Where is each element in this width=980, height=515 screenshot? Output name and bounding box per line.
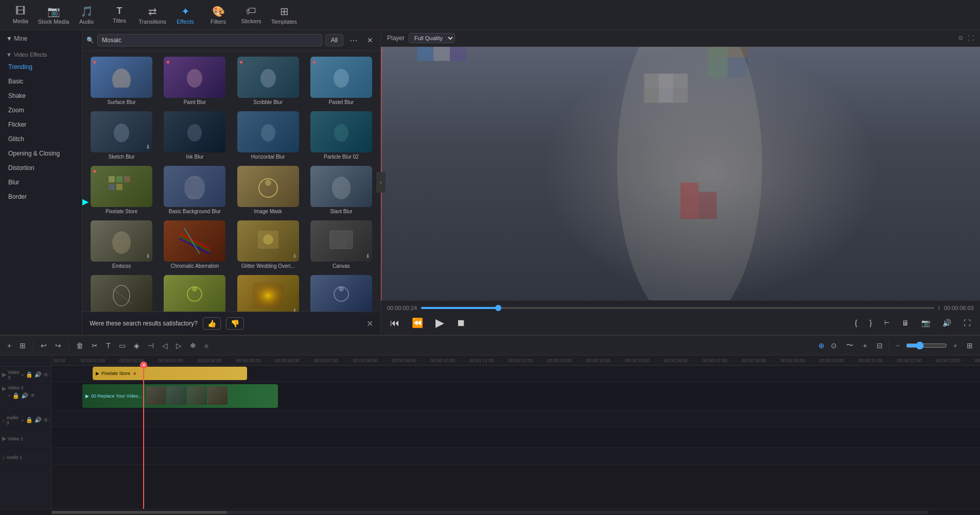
track-audio-icon[interactable]: 🔊 [34,371,42,378]
step-back-btn[interactable]: ⏪ [409,316,426,330]
cut-icon[interactable]: { [852,318,861,328]
track-add-icon2[interactable]: + [8,392,11,399]
tool-transitions[interactable]: ⇄ Transitions [136,2,169,28]
effect-emboss[interactable]: ⬇ Emboss [86,219,156,270]
split-view-btn[interactable]: ⊟ [873,340,886,351]
sidebar-item-shake[interactable]: Shake [0,89,82,103]
tool-templates[interactable]: ⊞ Templates [268,2,301,28]
effect-shape-mask[interactable]: Shape Mark [160,273,230,312]
effect-paint-blur[interactable]: ♥ Paint Blur [160,55,230,107]
track-add-icon[interactable]: + [21,372,24,378]
tool-titles[interactable]: T Titles [103,2,136,28]
track-add-icon3[interactable]: + [21,417,24,423]
undo-btn[interactable]: ↩ [38,340,50,351]
track-mute-icon3[interactable]: 🔊 [34,417,42,423]
zoom-out-btn[interactable]: − [892,340,903,351]
timeline-grid-btn[interactable]: ⊞ [16,340,29,351]
effect-pixelate-store[interactable]: ♥ Pixelate Store ▶ [86,164,156,216]
effect-canvas[interactable]: ⬇ Canvas [306,219,376,270]
keyframe-btn[interactable]: ⟐ [201,340,212,351]
tool-stickers[interactable]: 🏷 Stickers [235,2,268,28]
add-track-btn[interactable]: + [860,340,870,351]
fullscreen-btn[interactable]: ⛶ [960,318,974,328]
rewind-btn[interactable]: ⏮ [387,317,402,330]
search-input[interactable] [97,34,322,46]
feedback-thumbs-up[interactable]: 👍 [203,317,221,330]
trim-in-btn[interactable]: ◁ [159,340,171,351]
delete-btn[interactable]: 🗑 [73,340,86,351]
panel-collapse-handle[interactable]: ‹ [376,172,386,193]
track-lock-icon[interactable]: 🔒 [26,371,33,378]
effect-sketch2[interactable]: Sketch [86,273,156,312]
timeline-scrollbar[interactable] [0,509,980,515]
effect-chromatic[interactable]: Chromatic Aberration [160,219,230,270]
sidebar-item-basic[interactable]: Basic [0,74,82,89]
audio-waveform-btn[interactable]: 〜 [843,339,856,352]
mask-btn[interactable]: ◈ [131,340,143,351]
progress-bar[interactable] [421,307,934,309]
effect-glitter[interactable]: ⬇ Glitter Wedding Overl... [233,219,303,270]
track-audio-icon2[interactable]: 🔊 [21,392,28,399]
filter-all-btn[interactable]: All [325,34,343,46]
more-options-btn[interactable]: ⋯ [346,35,361,46]
sidebar-item-mine[interactable]: ▼ Mine [0,30,82,47]
sidebar-item-blur[interactable]: Blur [0,175,82,190]
text-btn[interactable]: T [103,340,114,351]
progress-thumb[interactable] [495,305,501,311]
clip-video3[interactable]: ▶ 00 Replace Your Video... [82,384,278,408]
effect-ink-blur[interactable]: Ink Blur [160,110,230,161]
track-eye-icon3[interactable]: 👁 [43,417,49,423]
fullscreen-icon[interactable]: ⛶ [968,35,974,42]
scrollbar-thumb[interactable] [51,511,227,514]
split-btn[interactable]: ⊣ [145,340,157,351]
effect-light-effect[interactable]: ⬇ Light Effect 05 [233,273,303,312]
effect-particle-blur[interactable]: Particle Blur 02 ➤ [306,110,376,161]
cut-btn[interactable]: ✂ [89,340,101,351]
clip-pixelate-store[interactable]: ▶ Pixelate Store ♥ [93,367,247,380]
trim-out-btn[interactable]: ▷ [173,340,185,351]
volume-icon[interactable]: 🔊 [939,318,954,328]
quality-select[interactable]: Full Quality [409,33,455,43]
effect-slant-blur[interactable]: Slant Blur [306,164,376,216]
timeline-add-media-btn[interactable]: + [4,340,14,351]
track-eye-icon[interactable]: 👁 [43,372,49,378]
sidebar-item-zoom[interactable]: Zoom [0,103,82,117]
effect-image-mask[interactable]: Image Mask [233,164,303,216]
tool-audio[interactable]: 🎵 Audio [70,2,103,28]
tool-filters[interactable]: 🎨 Filters [202,2,235,28]
zoom-slider[interactable] [906,341,947,350]
fit-btn[interactable]: ⊞ [964,340,976,351]
feedback-close-btn[interactable]: ✕ [366,319,373,329]
effect-sketch-blur[interactable]: ⬇ Sketch Blur [86,110,156,161]
track-lock-icon3[interactable]: 🔒 [26,417,33,423]
effect-flashlight[interactable]: Flashlight [306,273,376,312]
sidebar-item-border[interactable]: Border [0,190,82,204]
sidebar-item-flicker[interactable]: Flicker [0,117,82,132]
play-btn[interactable]: ▶ [432,315,447,331]
snapshot-icon[interactable]: 📷 [918,318,933,328]
trim-icon[interactable]: ⊢ [881,318,892,328]
redo-btn[interactable]: ↪ [52,340,64,351]
playhead[interactable]: ✕ [143,366,144,509]
stop-btn[interactable]: ⏹ [453,317,469,330]
sidebar-item-trending[interactable]: Trending [0,60,82,74]
zoom-in-btn[interactable]: + [950,340,960,351]
sidebar-item-distortion[interactable]: Distortion [0,161,82,175]
tool-effects[interactable]: ✦ Effects [169,2,202,28]
monitor-icon[interactable]: 🖥 [899,318,912,328]
effect-pastel-blur[interactable]: ♥ Pastel Blur [306,55,376,107]
cut-icon-right[interactable]: } [866,318,875,328]
rect-btn[interactable]: ▭ [116,340,129,351]
track-eye-icon2[interactable]: 👁 [30,392,36,399]
tool-stock-media[interactable]: 📷 Stock Media [37,2,70,28]
feedback-thumbs-down[interactable]: 👎 [226,317,244,330]
track-lock-icon2[interactable]: 🔒 [12,392,20,399]
snap-btn[interactable]: ⊙ [828,340,840,351]
effect-horizontal-blur[interactable]: Horizontal Blur [233,110,303,161]
effect-surface-blur[interactable]: ♥ Surface Blur [86,55,156,107]
close-search-btn[interactable]: ✕ [364,35,376,45]
effect-scribble-blur[interactable]: ♥ Scribble Blur [233,55,303,107]
sidebar-item-glitch[interactable]: Glitch [0,132,82,146]
timeline-content[interactable]: 00:00 00:00:01:00 00:00:02:00 00:00:03:0… [51,355,980,509]
effect-basic-bg-blur[interactable]: Basic Background Blur [160,164,230,216]
